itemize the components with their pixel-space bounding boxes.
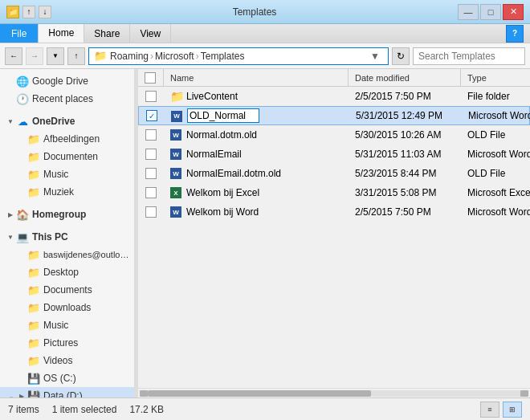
file-row-welkom-word[interactable]: W Welkom bij Word 2/5/2015 7:50 PM Micro… xyxy=(138,202,530,222)
checkmark-old-normal: ✓ xyxy=(149,112,155,120)
google-drive-icon: 🌐 xyxy=(16,75,29,88)
horizontal-scrollbar[interactable] xyxy=(138,388,530,398)
header-checkbox[interactable] xyxy=(145,72,156,84)
sidebar-item-baswijdenes[interactable]: 📁 baswijdenes@outloo.. xyxy=(0,246,134,263)
sidebar-item-downloads[interactable]: 📁 Downloads xyxy=(0,299,134,316)
check-normal-dotm-old[interactable] xyxy=(138,128,164,142)
address-part-roaming[interactable]: Roaming xyxy=(110,51,149,62)
sidebar-item-google-drive[interactable]: 🌐 Google Drive xyxy=(0,72,134,90)
word-icon-blue-4: W xyxy=(170,168,181,179)
recent-locations-button[interactable]: ▼ xyxy=(47,47,64,65)
tab-home[interactable]: Home xyxy=(39,24,84,43)
checkbox-welkom-word[interactable] xyxy=(145,206,157,218)
toggle-thispc[interactable]: ▼ xyxy=(5,231,16,243)
close-button[interactable]: ✕ xyxy=(503,4,524,20)
ribbon-tabs: File Home Share View ? xyxy=(0,24,530,43)
address-part-templates[interactable]: Templates xyxy=(201,51,245,62)
up-button[interactable]: ↑ xyxy=(67,47,85,65)
file-row-livecontent[interactable]: 📁 LiveContent 2/5/2015 7:50 PM File fold… xyxy=(138,87,530,106)
toggle-homegroup[interactable]: ▶ xyxy=(5,209,16,220)
sidebar-item-pictures[interactable]: 📁 Pictures xyxy=(0,334,134,352)
sidebar-item-thispc[interactable]: ▼ 💻 This PC xyxy=(0,228,134,246)
hscroll-track[interactable] xyxy=(148,390,520,397)
sidebar-item-osc[interactable]: 💾 OS (C:) xyxy=(0,369,134,387)
file-row-normalemail[interactable]: W NormalEmail 5/31/2015 11:03 AM Microso… xyxy=(138,145,530,164)
title-bar: 📁 ↑ ↓ Templates — □ ✕ xyxy=(0,0,530,24)
col-header-type[interactable]: Type xyxy=(461,69,530,86)
file-row-old-normal[interactable]: ✓ W 5/31/2015 12:49 PM Microsoft Word M.… xyxy=(138,106,530,125)
check-normalemail[interactable] xyxy=(138,147,164,161)
check-livecontent[interactable] xyxy=(138,89,164,104)
old-normal-icon: W xyxy=(171,109,184,122)
checkbox-old-normal[interactable]: ✓ xyxy=(146,110,157,121)
sidebar-label-recent-places: Recent places xyxy=(32,93,93,104)
rename-input-old-normal[interactable] xyxy=(187,108,259,123)
maximize-button[interactable]: □ xyxy=(480,4,501,20)
check-normalemail-old[interactable] xyxy=(138,166,164,181)
hscroll-left[interactable] xyxy=(140,390,148,397)
welkom-word-icon: W xyxy=(170,206,183,218)
toggle-documenten xyxy=(16,151,27,162)
back-button[interactable]: ← xyxy=(5,47,22,65)
checkbox-normal-dotm-old[interactable] xyxy=(145,129,157,141)
hscroll-right[interactable] xyxy=(520,390,528,397)
toggle-recent-places xyxy=(5,93,16,104)
address-sep-1: › xyxy=(150,51,153,62)
sidebar: 🌐 Google Drive 🕐 Recent places ▼ ☁ OneDr… xyxy=(0,69,135,398)
word-icon-blue-5: W xyxy=(170,206,181,218)
address-dropdown[interactable]: ▼ xyxy=(367,51,383,62)
sidebar-item-muziek[interactable]: 📁 Muziek xyxy=(0,183,134,201)
sidebar-label-pictures: Pictures xyxy=(43,337,78,349)
livecontent-icon: 📁 xyxy=(170,90,183,103)
check-welkom-word[interactable] xyxy=(138,205,164,219)
sidebar-item-recent-places[interactable]: 🕐 Recent places xyxy=(0,90,134,108)
cell-date-old-normal: 5/31/2015 12:49 PM xyxy=(349,108,462,123)
address-bar[interactable]: 📁 Roaming › Microsoft › Templates ▼ xyxy=(88,47,389,65)
sidebar-item-onedrive[interactable]: ▼ ☁ OneDrive xyxy=(0,112,134,130)
sidebar-label-documenten: Documenten xyxy=(43,151,98,162)
normalemail-name: NormalEmail xyxy=(186,149,242,160)
toggle-afbeeldingen xyxy=(16,133,27,145)
col-header-date[interactable]: Date modified xyxy=(349,69,461,86)
sidebar-label-afbeeldingen: Afbeeldingen xyxy=(43,133,100,145)
downloads-icon: 📁 xyxy=(27,301,40,314)
checkbox-welkom-excel[interactable] xyxy=(145,187,157,198)
sidebar-item-documenten[interactable]: 📁 Documenten xyxy=(0,148,134,165)
col-header-name[interactable]: Name xyxy=(164,69,349,86)
checkbox-normalemail[interactable] xyxy=(145,149,157,160)
check-old-normal[interactable]: ✓ xyxy=(139,108,165,123)
homegroup-icon: 🏠 xyxy=(16,208,29,221)
tab-file[interactable]: File xyxy=(0,24,39,43)
file-row-normal-dotm-old[interactable]: W Normal.dotm.old 5/30/2015 10:26 AM OLD… xyxy=(138,125,530,145)
sidebar-item-music-od[interactable]: 📁 Music xyxy=(0,165,134,183)
sidebar-item-videos[interactable]: 📁 Videos xyxy=(0,352,134,369)
sidebar-item-desktop[interactable]: 📁 Desktop xyxy=(0,263,134,281)
toggle-onedrive[interactable]: ▼ xyxy=(5,116,16,127)
forward-button[interactable]: → xyxy=(26,47,43,65)
tab-share[interactable]: Share xyxy=(84,24,130,43)
checkbox-livecontent[interactable] xyxy=(145,91,157,102)
refresh-button[interactable]: ↻ xyxy=(392,47,410,65)
cell-type-welkom-excel: Microsoft Excel Te... xyxy=(461,186,530,200)
search-input[interactable] xyxy=(418,51,530,62)
sidebar-label-datad: Data (D:) xyxy=(43,390,83,398)
help-button[interactable]: ? xyxy=(506,25,524,43)
minimize-button[interactable]: — xyxy=(458,4,479,20)
check-welkom-excel[interactable] xyxy=(138,186,164,200)
address-part-microsoft[interactable]: Microsoft xyxy=(155,51,194,62)
cell-name-old-normal: W xyxy=(165,107,349,124)
file-row-normalemail-old[interactable]: W NormalEmail.dotm.old 5/23/2015 8:44 PM… xyxy=(138,164,530,183)
view-large-icons-button[interactable]: ⊞ xyxy=(503,402,522,418)
sidebar-item-datad[interactable]: ▶ 💾 Data (D:) ↖ xyxy=(0,387,134,398)
view-details-button[interactable]: ≡ xyxy=(480,402,499,418)
sidebar-item-music[interactable]: 📁 Music xyxy=(0,316,134,334)
sidebar-item-homegroup[interactable]: ▶ 🏠 Homegroup xyxy=(0,206,134,223)
tab-view[interactable]: View xyxy=(130,24,171,43)
sidebar-item-afbeeldingen[interactable]: 📁 Afbeeldingen xyxy=(0,130,134,148)
cell-name-normalemail: W NormalEmail xyxy=(164,146,349,162)
hscroll-thumb[interactable] xyxy=(148,390,371,397)
baswijdenes-icon: 📁 xyxy=(27,248,40,261)
sidebar-item-documents[interactable]: 📁 Documents xyxy=(0,281,134,299)
file-row-welkom-excel[interactable]: X Welkom bij Excel 3/31/2015 5:08 PM Mic… xyxy=(138,183,530,202)
checkbox-normalemail-old[interactable] xyxy=(145,168,157,179)
